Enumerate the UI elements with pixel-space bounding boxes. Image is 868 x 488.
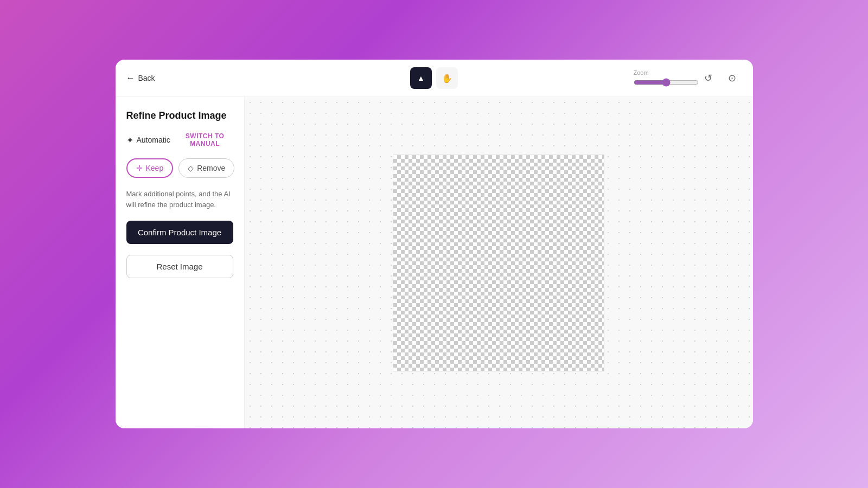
back-button[interactable]: ← Back <box>126 73 155 83</box>
remove-button[interactable]: ◇ Remove <box>178 158 234 178</box>
auto-mode-label: ✦ Automatic <box>126 135 170 145</box>
zoom-slider[interactable] <box>634 78 699 87</box>
reset-icon: ↺ <box>704 72 712 84</box>
back-arrow-icon: ← <box>126 73 135 83</box>
mode-row: ✦ Automatic SWITCH TO MANUAL <box>126 132 233 147</box>
canvas-area[interactable] <box>245 97 753 428</box>
settings-icon-button[interactable]: ⊙ <box>723 68 742 88</box>
back-label: Back <box>138 74 155 82</box>
panel-title: Refine Product Image <box>126 110 233 121</box>
remove-icon: ◇ <box>188 164 194 172</box>
remove-label: Remove <box>197 164 225 172</box>
tool-group: ▲ ✋ <box>410 67 458 89</box>
cursor-tool-button[interactable]: ▲ <box>410 67 432 89</box>
keep-icon: ✛ <box>136 164 143 172</box>
automatic-label: Automatic <box>137 136 170 144</box>
left-panel: Refine Product Image ✦ Automatic SWITCH … <box>116 97 245 428</box>
hint-text: Mark additional points, and the AI will … <box>126 189 233 210</box>
action-icons: ↺ ⊙ <box>699 68 742 88</box>
content-area: Refine Product Image ✦ Automatic SWITCH … <box>116 97 753 428</box>
switch-to-manual-button[interactable]: SWITCH TO MANUAL <box>177 132 233 147</box>
settings-icon: ⊙ <box>728 72 736 84</box>
reset-image-button[interactable]: Reset Image <box>126 255 233 278</box>
cursor-tool-icon: ▲ <box>417 74 425 82</box>
hand-tool-icon: ✋ <box>442 73 452 84</box>
transparent-background <box>393 155 604 371</box>
mark-buttons: ✛ Keep ◇ Remove <box>126 158 233 178</box>
main-card: ← Back ▲ ✋ Zoom ↺ ⊙ Refine P <box>116 60 753 428</box>
reset-icon-button[interactable]: ↺ <box>699 68 718 88</box>
zoom-label: Zoom <box>634 69 649 76</box>
toolbar: ← Back ▲ ✋ Zoom ↺ ⊙ <box>116 60 753 97</box>
auto-icon: ✦ <box>126 135 133 145</box>
hand-tool-button[interactable]: ✋ <box>436 67 458 89</box>
confirm-product-image-button[interactable]: Confirm Product Image <box>126 221 233 244</box>
keep-label: Keep <box>146 164 164 172</box>
image-container <box>393 155 604 371</box>
keep-button[interactable]: ✛ Keep <box>126 158 174 178</box>
zoom-area: Zoom <box>634 69 699 87</box>
